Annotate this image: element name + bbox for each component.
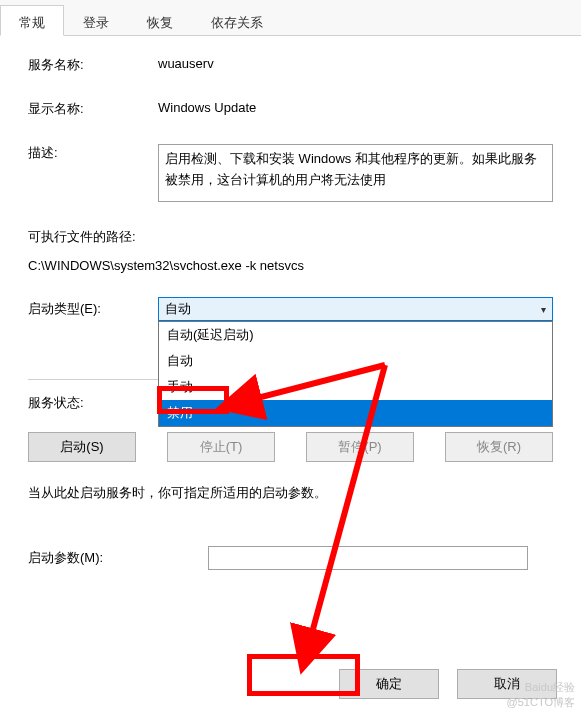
- exe-path-value: C:\WINDOWS\system32\svchost.exe -k netsv…: [28, 258, 553, 273]
- service-properties-dialog: 常规 登录 恢复 依存关系 服务名称: wuauserv 显示名称: Windo…: [0, 0, 581, 713]
- tab-content: 服务名称: wuauserv 显示名称: Windows Update 描述: …: [0, 36, 581, 592]
- tab-recovery[interactable]: 恢复: [128, 5, 192, 36]
- pause-button: 暂停(P): [306, 432, 414, 462]
- option-auto-delayed[interactable]: 自动(延迟启动): [159, 322, 552, 348]
- startup-type-selected: 自动: [165, 300, 191, 318]
- startup-note: 当从此处启动服务时，你可指定所适用的启动参数。: [28, 484, 553, 502]
- startup-params-label: 启动参数(M):: [28, 549, 148, 567]
- resume-button: 恢复(R): [445, 432, 553, 462]
- description-textarea[interactable]: 启用检测、下载和安装 Windows 和其他程序的更新。如果此服务被禁用，这台计…: [158, 144, 553, 202]
- service-name-value: wuauserv: [158, 56, 553, 71]
- stop-button: 停止(T): [167, 432, 275, 462]
- startup-type-label: 启动类型(E):: [28, 300, 158, 318]
- option-manual[interactable]: 手动: [159, 374, 552, 400]
- tab-general[interactable]: 常规: [0, 5, 64, 36]
- exe-path-label: 可执行文件的路径:: [28, 228, 553, 246]
- option-disabled[interactable]: 禁用: [159, 400, 552, 426]
- startup-type-combo[interactable]: 自动 ▾: [158, 297, 553, 321]
- ok-button[interactable]: 确定: [339, 669, 439, 699]
- tab-logon[interactable]: 登录: [64, 5, 128, 36]
- startup-type-dropdown: 自动(延迟启动) 自动 手动 禁用: [158, 321, 553, 427]
- cancel-button[interactable]: 取消: [457, 669, 557, 699]
- option-auto[interactable]: 自动: [159, 348, 552, 374]
- service-status-label: 服务状态:: [28, 394, 158, 412]
- service-name-label: 服务名称:: [28, 56, 158, 74]
- display-name-label: 显示名称:: [28, 100, 158, 118]
- start-button[interactable]: 启动(S): [28, 432, 136, 462]
- tab-bar: 常规 登录 恢复 依存关系: [0, 0, 581, 36]
- tab-dependencies[interactable]: 依存关系: [192, 5, 282, 36]
- description-label: 描述:: [28, 144, 158, 162]
- startup-params-input[interactable]: [208, 546, 528, 570]
- display-name-value: Windows Update: [158, 100, 553, 115]
- chevron-down-icon: ▾: [541, 304, 546, 315]
- dialog-footer: 确定 取消: [339, 669, 557, 699]
